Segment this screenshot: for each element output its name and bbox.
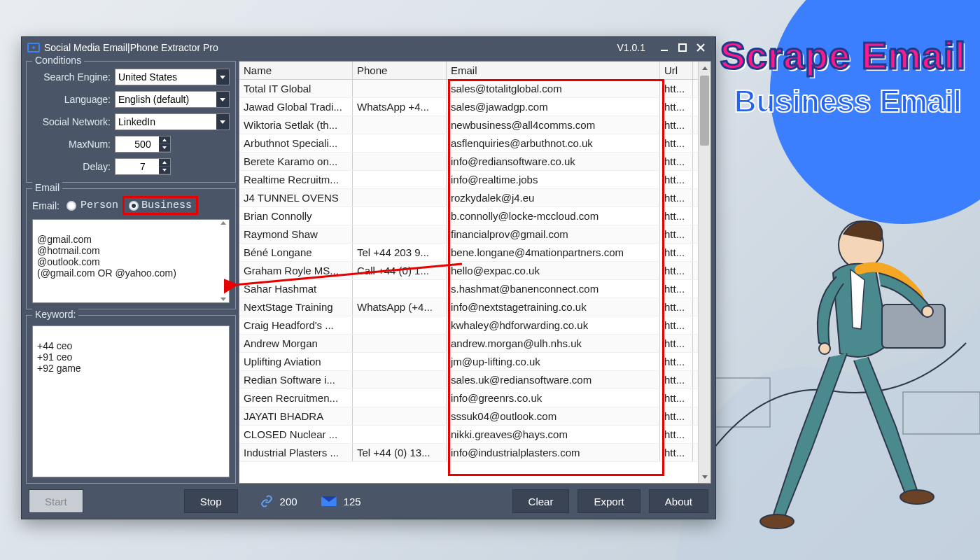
cell-url: htt... — [660, 244, 693, 261]
th-url[interactable]: Url — [660, 62, 693, 79]
cell-phone — [353, 116, 447, 134]
results-table[interactable]: Name Phone Email Url Total IT Globalsale… — [239, 62, 698, 483]
cell-name: Uplifting Aviation — [239, 353, 353, 370]
table-row[interactable]: Brian Connollyb.connolly@locke-mccloud.c… — [239, 207, 698, 225]
social-network-label: Social Network: — [32, 116, 115, 127]
cell-url: htt... — [660, 407, 693, 425]
table-row[interactable]: JAYATI BHADRAsssuk04@outlook.comhtt... — [239, 407, 698, 426]
table-row[interactable]: Raymond Shawfinancialprov@gmail.comhtt..… — [239, 225, 698, 244]
keyword-legend: Keyword: — [32, 309, 78, 320]
cell-url: htt... — [660, 207, 693, 225]
table-row[interactable]: Craig Headford's ...kwhaley@hdforwarding… — [239, 316, 698, 335]
maximize-button[interactable] — [673, 41, 692, 55]
cell-name: Wiktoria Setlak (th... — [239, 116, 353, 134]
keyword-text: +44 ceo +91 ceo +92 game — [37, 340, 81, 374]
cell-phone: WhatsApp (+4... — [353, 298, 447, 316]
table-row[interactable]: Redian Software i...sales.uk@rediansoftw… — [239, 371, 698, 389]
table-row[interactable]: Green Recruitmen...info@greenrs.co.ukhtt… — [239, 389, 698, 407]
cell-email: info@greenrs.co.uk — [447, 389, 660, 407]
table-row[interactable]: Sahar Hashmats.hashmat@banenconnect.comh… — [239, 280, 698, 298]
export-button[interactable]: Export — [578, 489, 640, 513]
th-name[interactable]: Name — [239, 62, 353, 79]
cell-phone — [353, 371, 447, 388]
cell-phone — [353, 389, 447, 407]
scroll-down-icon[interactable] — [219, 298, 227, 301]
svg-point-2 — [900, 490, 934, 504]
cell-email: nikki.greaves@hays.com — [447, 426, 660, 443]
cell-email: sales@jawadgp.com — [447, 98, 660, 115]
table-row[interactable]: Arbuthnot Speciali...asflenquiries@arbut… — [239, 134, 698, 153]
table-row[interactable]: Béné LonganeTel +44 203 9...bene.longane… — [239, 244, 698, 262]
cell-phone — [353, 225, 447, 243]
table-row[interactable]: Berete Karamo on...info@rediansoftware.c… — [239, 153, 698, 171]
cell-url: htt... — [660, 171, 693, 188]
vertical-scrollbar[interactable] — [698, 62, 710, 483]
step-up-icon[interactable] — [159, 136, 170, 144]
cell-url: htt... — [660, 134, 693, 152]
cell-name: Béné Longane — [239, 244, 353, 261]
cell-email: info@rediansoftware.co.uk — [447, 153, 660, 170]
step-up-icon[interactable] — [159, 159, 170, 167]
scrollbar-thumb[interactable] — [700, 76, 709, 146]
stop-button[interactable]: Stop — [184, 489, 238, 513]
chevron-down-icon — [216, 92, 229, 107]
cell-url: htt... — [660, 335, 693, 352]
table-row[interactable]: NextStage TrainingWhatsApp (+4...info@ne… — [239, 298, 698, 316]
cell-email: info@industrialplasters.com — [447, 444, 660, 461]
cell-url: htt... — [660, 444, 693, 461]
cell-phone — [353, 407, 447, 425]
cell-phone — [353, 353, 447, 370]
cell-phone — [353, 171, 447, 188]
email-domains-text: @gmail.com @hotmail.com @outlook.com (@g… — [37, 234, 176, 279]
cell-name: J4 TUNNEL OVENS — [239, 189, 353, 206]
table-row[interactable]: Jawad Global Tradi...WhatsApp +4...sales… — [239, 98, 698, 116]
table-row[interactable]: Total IT Globalsales@totalitglobal.comht… — [239, 80, 698, 98]
cell-name: JAYATI BHADRA — [239, 407, 353, 425]
cell-url: htt... — [660, 116, 693, 134]
radio-business[interactable] — [129, 201, 139, 211]
table-row[interactable]: CLOSED Nuclear ...nikki.greaves@hays.com… — [239, 426, 698, 444]
cell-phone — [353, 207, 447, 225]
clear-button[interactable]: Clear — [512, 489, 570, 513]
cell-phone — [353, 134, 447, 152]
start-button[interactable]: Start — [29, 489, 83, 513]
step-down-icon[interactable] — [159, 167, 170, 174]
table-row[interactable]: Uplifting Aviationjm@up-lifting.co.ukhtt… — [239, 353, 698, 371]
language-select[interactable]: English (default) — [115, 91, 230, 108]
bottom-toolbar: Start Stop 200 125 Clear Export About — [22, 484, 715, 519]
chevron-down-icon — [216, 114, 229, 130]
step-down-icon[interactable] — [159, 144, 170, 152]
cell-name: Realtime Recruitm... — [239, 171, 353, 188]
email-domains-list[interactable]: @gmail.com @hotmail.com @outlook.com (@g… — [32, 219, 230, 303]
cell-email: sssuk04@outlook.com — [447, 407, 660, 425]
th-phone[interactable]: Phone — [353, 62, 447, 79]
cell-url: htt... — [660, 316, 693, 334]
titlebar: Social Media Email|Phone Extractor Pro V… — [22, 37, 715, 58]
businessman-illustration — [672, 168, 980, 560]
table-row[interactable]: Industrial Plasters ...Tel +44 (0) 13...… — [239, 444, 698, 462]
scroll-up-icon[interactable] — [699, 62, 710, 74]
about-button[interactable]: About — [649, 489, 708, 513]
search-engine-select[interactable]: United States — [115, 69, 230, 85]
table-row[interactable]: Realtime Recruitm...info@realtime.jobsht… — [239, 171, 698, 189]
social-network-select[interactable]: LinkedIn — [115, 113, 230, 130]
scroll-down-icon[interactable] — [699, 470, 710, 483]
keyword-textarea[interactable]: +44 ceo +91 ceo +92 game — [32, 326, 230, 477]
table-row[interactable]: J4 TUNNEL OVENSrozkydalek@j4.euhtt... — [239, 189, 698, 207]
close-button[interactable] — [692, 41, 710, 55]
scroll-up-icon[interactable] — [219, 221, 227, 225]
radio-person[interactable] — [66, 201, 76, 211]
th-email[interactable]: Email — [447, 62, 660, 79]
social-network-value: LinkedIn — [118, 116, 155, 127]
svg-point-4 — [922, 306, 933, 317]
minimize-button[interactable] — [655, 41, 673, 55]
cell-name: Jawad Global Tradi... — [239, 98, 353, 115]
search-engine-label: Search Engine: — [32, 71, 115, 83]
delay-stepper[interactable]: 7 — [115, 158, 171, 175]
conditions-legend: Conditions — [32, 55, 84, 66]
maxnum-stepper[interactable]: 500 — [115, 136, 171, 153]
cell-name: Brian Connolly — [239, 207, 353, 225]
table-row[interactable]: Wiktoria Setlak (th...newbusiness@all4co… — [239, 116, 698, 134]
table-row[interactable]: Andrew Morganandrew.morgan@ulh.nhs.ukhtt… — [239, 335, 698, 353]
table-row[interactable]: Graham Royle MS...Call +44 (0) 1...hello… — [239, 262, 698, 280]
